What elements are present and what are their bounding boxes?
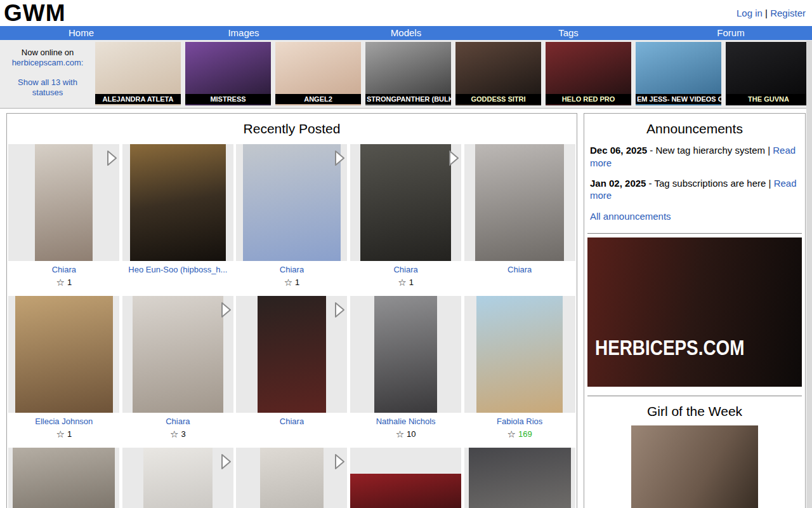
play-icon[interactable] bbox=[218, 452, 233, 471]
online-model-thumbs: ALEJANDRA ATLETA MISTRESS ANGEL2 STRONGP… bbox=[95, 40, 811, 108]
image-photo[interactable] bbox=[260, 448, 324, 508]
image-thumbnail[interactable] bbox=[236, 296, 347, 413]
image-card: Chiara ☆ bbox=[462, 144, 577, 288]
online-model-thumb[interactable]: ALEJANDRA ATLETA bbox=[95, 42, 181, 105]
star-icon: ☆ bbox=[170, 429, 178, 439]
play-icon[interactable] bbox=[104, 149, 119, 168]
star-count: 10 bbox=[407, 429, 416, 439]
model-name-link[interactable]: Heo Eun-Soo (hipboss_h... bbox=[128, 265, 227, 274]
girl-of-the-week-title: Girl of the Week bbox=[587, 404, 802, 419]
stars-row: ☆ 1 bbox=[56, 277, 72, 288]
scrollbar[interactable] bbox=[806, 41, 812, 508]
nav-item-models[interactable]: Models bbox=[325, 26, 487, 40]
nav-item-forum[interactable]: Forum bbox=[650, 26, 812, 40]
model-name-link[interactable]: Chiara bbox=[52, 265, 76, 274]
online-model-thumb[interactable]: THE GUVNA bbox=[726, 42, 811, 105]
model-name-link[interactable]: Fabiola Rios bbox=[497, 417, 542, 426]
image-thumbnail[interactable] bbox=[8, 144, 119, 261]
image-photo[interactable] bbox=[13, 448, 115, 508]
announcement-date: Jan 02, 2025 bbox=[590, 178, 646, 189]
image-thumbnail[interactable] bbox=[122, 296, 233, 413]
image-photo[interactable] bbox=[143, 448, 213, 508]
online-model-name: GODDESS SITRI bbox=[455, 94, 541, 104]
online-model-thumb[interactable]: GODDESS SITRI bbox=[455, 42, 541, 105]
image-thumbnail[interactable] bbox=[122, 448, 233, 508]
image-thumbnail[interactable] bbox=[350, 144, 461, 261]
image-card: Ellecia Johnson ☆ 1 bbox=[7, 296, 121, 439]
image-thumbnail[interactable] bbox=[8, 448, 119, 508]
announcements-title: Announcements bbox=[587, 121, 802, 137]
announcement-text: - New tag hierarchy system | bbox=[647, 145, 773, 156]
online-now-text: Now online on herbicepscam.com: Show all… bbox=[0, 40, 95, 108]
announcement-date: Dec 06, 2025 bbox=[590, 145, 647, 156]
image-photo[interactable] bbox=[350, 474, 461, 508]
image-photo[interactable] bbox=[243, 144, 341, 261]
recently-posted-title: Recently Posted bbox=[7, 121, 577, 137]
image-thumbnail[interactable] bbox=[8, 296, 119, 413]
play-icon[interactable] bbox=[332, 452, 347, 471]
model-name-link[interactable]: Nathalie Nichols bbox=[376, 417, 436, 426]
show-all-statuses-link[interactable]: Show all 13 with statuses bbox=[10, 77, 85, 98]
image-card: Chiara ☆ 1 bbox=[7, 144, 121, 288]
play-icon[interactable] bbox=[446, 149, 461, 168]
stars-row: ☆ 1 bbox=[56, 429, 72, 439]
online-model-thumb[interactable]: MISTRESS bbox=[185, 42, 271, 105]
model-name-link[interactable]: Chiara bbox=[508, 265, 532, 274]
image-thumbnail[interactable] bbox=[464, 296, 575, 413]
herbicepscam-link[interactable]: herbicepscam.com: bbox=[12, 58, 84, 68]
image-photo[interactable] bbox=[476, 296, 563, 413]
image-photo[interactable] bbox=[360, 144, 452, 261]
online-model-name: HELO RED PRO bbox=[546, 94, 631, 104]
girl-of-the-week-image[interactable] bbox=[631, 425, 758, 508]
content-area: Recently Posted Chiara ☆ 1 Heo Eun-Soo (… bbox=[0, 113, 812, 508]
site-logo[interactable]: GWM bbox=[4, 1, 66, 25]
all-announcements-link[interactable]: All announcements bbox=[590, 211, 671, 222]
model-name-link[interactable]: Chiara bbox=[393, 265, 417, 274]
image-thumbnail[interactable] bbox=[350, 296, 461, 413]
image-thumbnail[interactable] bbox=[236, 144, 347, 261]
image-card: Chiara ☆ 1 bbox=[349, 144, 463, 288]
online-model-thumb[interactable]: HELO RED PRO bbox=[546, 42, 631, 105]
star-icon: ☆ bbox=[56, 277, 64, 287]
header: GWM Log in | Register bbox=[0, 0, 812, 26]
model-name-link[interactable]: Chiara bbox=[166, 417, 190, 426]
herbiceps-ad-banner[interactable]: HERBICEPS.COM bbox=[587, 237, 802, 387]
image-photo[interactable] bbox=[475, 144, 564, 261]
announcement-text: - Tag subscriptions are here | bbox=[646, 178, 773, 189]
sidebar-divider bbox=[587, 233, 802, 234]
image-thumbnail[interactable] bbox=[464, 448, 575, 508]
model-name-link[interactable]: Chiara bbox=[280, 265, 304, 274]
login-link[interactable]: Log in bbox=[737, 8, 763, 18]
image-thumbnail[interactable] bbox=[236, 448, 347, 508]
star-icon: ☆ bbox=[396, 429, 404, 439]
image-thumbnail[interactable] bbox=[464, 144, 575, 261]
register-link[interactable]: Register bbox=[770, 8, 806, 18]
online-model-thumb[interactable]: ANGEL2 bbox=[275, 42, 361, 105]
nav-item-tags[interactable]: Tags bbox=[487, 26, 650, 40]
nav-item-home[interactable]: Home bbox=[0, 26, 162, 40]
model-name-link[interactable]: Chiara bbox=[280, 417, 304, 426]
play-icon[interactable] bbox=[218, 300, 233, 319]
image-card: Heo Eun-Soo (hipboss_h... ☆ bbox=[121, 144, 235, 288]
image-photo[interactable] bbox=[374, 296, 438, 413]
online-model-thumb[interactable]: EM JESS- NEW VIDEOS ON bbox=[636, 42, 721, 105]
image-photo[interactable] bbox=[35, 144, 93, 261]
play-icon[interactable] bbox=[332, 300, 347, 319]
image-card: ☆ bbox=[121, 448, 235, 508]
model-name-link[interactable]: Ellecia Johnson bbox=[35, 417, 93, 426]
image-photo[interactable] bbox=[133, 296, 224, 413]
image-card: ☆ bbox=[462, 448, 577, 508]
online-model-name: STRONGPANTHER (BULKIN bbox=[365, 94, 451, 104]
image-thumbnail[interactable] bbox=[122, 144, 233, 261]
online-model-thumb[interactable]: STRONGPANTHER (BULKIN bbox=[365, 42, 451, 105]
image-photo[interactable] bbox=[15, 296, 113, 413]
image-photo[interactable] bbox=[130, 144, 226, 261]
image-photo[interactable] bbox=[469, 448, 571, 508]
online-model-name: THE GUVNA bbox=[726, 94, 811, 104]
image-card: ☆ bbox=[235, 448, 349, 508]
nav-item-images[interactable]: Images bbox=[162, 26, 325, 40]
image-photo[interactable] bbox=[258, 296, 327, 413]
play-icon[interactable] bbox=[332, 149, 347, 168]
star-count: 1 bbox=[67, 429, 72, 439]
image-thumbnail[interactable] bbox=[350, 448, 461, 508]
